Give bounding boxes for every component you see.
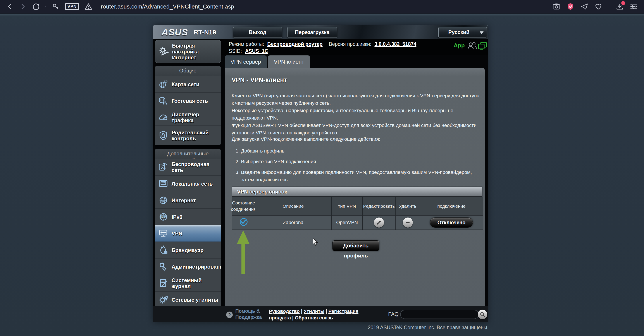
share-send-icon[interactable] <box>581 3 588 10</box>
screenshot-camera-icon[interactable] <box>553 3 560 10</box>
toolbar-divider <box>46 4 46 9</box>
connected-devices-icon[interactable] <box>478 41 487 52</box>
delete-cell <box>396 216 420 230</box>
insecure-warning-icon[interactable] <box>85 3 92 10</box>
ssid-value-link[interactable]: ASUS_1C <box>245 48 268 54</box>
firmware-value-link[interactable]: 3.0.0.4.382_51874 <box>374 41 416 47</box>
toolbar-divider <box>609 4 610 9</box>
page-background: ASUS RT-N19 Выход Перезагрузка Русский Р… <box>0 14 644 336</box>
sidebar-item-label: Беспроводная сеть <box>172 161 219 173</box>
sidebar-item-parental-control[interactable]: Родительский контроль <box>155 125 221 145</box>
column-header-status: Состояние соединения <box>232 197 255 216</box>
address-bar-url[interactable]: router.asus.com/Advanced_VPNClient_Conte… <box>101 3 234 10</box>
sidebar-item-label: Интернет <box>172 197 196 203</box>
sidebar-item-label: Диспетчер трафика <box>172 111 219 123</box>
footer-links: Руководство|Утилиты|Регистрация продукта… <box>269 308 359 321</box>
bookmarks-heart-icon[interactable] <box>595 3 602 10</box>
faq-search-button[interactable] <box>478 310 487 319</box>
info-line-ssid: SSID: ASUS_1C <box>229 48 273 54</box>
site-key-icon[interactable] <box>52 3 60 10</box>
sidebar-item-wireless[interactable]: Беспроводная сеть <box>155 159 221 175</box>
connection-cell: Отключено <box>420 216 483 230</box>
sidebar-item-vpn[interactable]: VPN <box>155 225 221 242</box>
sidebar-item-firewall[interactable]: Брандмауэр <box>155 242 221 258</box>
sidebar-item-label: Быстрая настройка Интернет <box>172 43 218 60</box>
sidebar-item-ipv6[interactable]: IPV6 IPv6 <box>155 208 221 225</box>
sidebar-item-label: Администрирование <box>172 264 221 270</box>
description-cell: Zaborona <box>255 216 332 230</box>
delete-button[interactable] <box>403 218 413 228</box>
chevron-down-icon <box>480 31 484 34</box>
sidebar-item-internet[interactable]: Интернет <box>155 192 221 208</box>
reboot-button[interactable]: Перезагрузка <box>287 27 337 38</box>
back-icon[interactable] <box>6 3 14 10</box>
link-separator: | <box>292 315 294 321</box>
faq-search-input[interactable] <box>400 310 479 319</box>
vpn-server-list-table: VPN сервер список Состояние соединения О… <box>232 187 482 230</box>
router-model: RT-N19 <box>194 28 216 36</box>
sidebar-item-network-tools[interactable]: Сетевые утилиты <box>155 291 221 308</box>
sidebar-item-lan[interactable]: Локальная сеть <box>155 175 221 192</box>
link-utilities[interactable]: Утилиты <box>304 309 324 314</box>
sidebar-item-guest-network[interactable]: Гостевая сеть <box>155 92 221 109</box>
faq-label: FAQ <box>388 311 399 317</box>
sidebar-item-quick-setup[interactable]: Быстрая настройка Интернет <box>155 40 221 63</box>
sidebar-nav: Быстрая настройка Интернет Общие Карта с… <box>155 40 221 312</box>
page: VPN router.asus.com/Advanced_VPNClient_C… <box>0 0 644 336</box>
section-title-general: Общие <box>155 66 221 76</box>
copyright-text: 2019 ASUSTeK Computer Inc. Все права защ… <box>270 325 488 331</box>
mode-label: Режим работы: <box>229 41 264 47</box>
router-header-banner: ASUS RT-N19 Выход Перезагрузка Русский <box>153 25 488 39</box>
sidebar-item-administration[interactable]: Администрирование <box>155 258 221 275</box>
step-item: Добавить профиль <box>241 147 479 155</box>
sidebar-item-network-map[interactable]: Карта сети <box>155 76 221 92</box>
sidebar-item-system-log[interactable]: Системный журнал <box>155 275 221 291</box>
status-cell <box>232 216 255 230</box>
forward-icon[interactable] <box>19 3 27 10</box>
vpn-icon <box>158 228 169 239</box>
help-support-line2: Поддержка <box>235 314 262 320</box>
vpn-client-panel: VPN - VPN-клиент Клиенты VPN (виртуальна… <box>225 68 485 306</box>
edit-button[interactable] <box>374 218 384 228</box>
reload-icon[interactable] <box>32 3 40 10</box>
protect-shield-icon[interactable] <box>567 3 574 10</box>
column-header-type: тип VPN <box>332 197 363 216</box>
ipv6-icon: IPV6 <box>158 212 169 222</box>
network-map-icon <box>158 79 169 89</box>
sidebar-item-label: Системный журнал <box>172 277 219 289</box>
link-separator: | <box>301 309 302 314</box>
help-support-link[interactable]: Помощь & Поддержка <box>235 308 262 320</box>
firmware-label: Версия прошивки: <box>329 41 371 47</box>
vpn-extension-badge[interactable]: VPN <box>65 3 79 10</box>
browser-settings-icon[interactable] <box>630 3 638 10</box>
sidebar-item-traffic-manager[interactable]: Диспетчер трафика <box>155 109 221 125</box>
step-item: Введите информацию для проверки подлинно… <box>241 169 479 184</box>
link-manual[interactable]: Руководство <box>269 309 300 314</box>
connection-toggle-button[interactable]: Отключено <box>430 218 473 228</box>
column-header-connection: подключение <box>420 197 483 216</box>
downloads-icon[interactable] <box>616 3 624 10</box>
router-admin-window: ASUS RT-N19 Выход Перезагрузка Русский Р… <box>153 25 488 322</box>
language-select[interactable]: Русский <box>438 27 487 38</box>
mode-value-link[interactable]: Беспроводной роутер <box>267 41 322 47</box>
sidebar-section-general: Общие Карта сети Гостевая сеть <box>155 66 221 145</box>
annotation-arrow-icon <box>237 230 250 244</box>
add-profile-button[interactable]: Добавить профиль <box>332 240 379 251</box>
steps-intro-text: Для запуска VPN-подключения выполните сл… <box>232 136 380 142</box>
column-header-description: Описание <box>255 197 332 216</box>
app-link[interactable]: App <box>454 42 465 49</box>
system-log-icon <box>158 278 169 289</box>
clients-icon[interactable] <box>467 41 477 51</box>
guest-network-icon <box>158 96 169 106</box>
link-feedback[interactable]: Обратная связь <box>295 315 333 321</box>
step-item: Выберите тип VPN-подключения <box>241 158 479 165</box>
column-header-delete: Удалить <box>396 197 420 216</box>
parental-control-icon <box>158 130 169 141</box>
administration-gears-icon <box>158 261 169 272</box>
logout-button[interactable]: Выход <box>233 27 282 38</box>
tab-vpn-client[interactable]: VPN-клиент <box>268 55 310 68</box>
firewall-flame-icon <box>158 245 169 255</box>
description-text: Клиенты VPN (виртуальная частная сеть) ч… <box>232 92 480 137</box>
tab-vpn-server[interactable]: VPN сервер <box>225 55 267 68</box>
description-paragraph: Некоторые устройства, например приставки… <box>232 107 480 122</box>
